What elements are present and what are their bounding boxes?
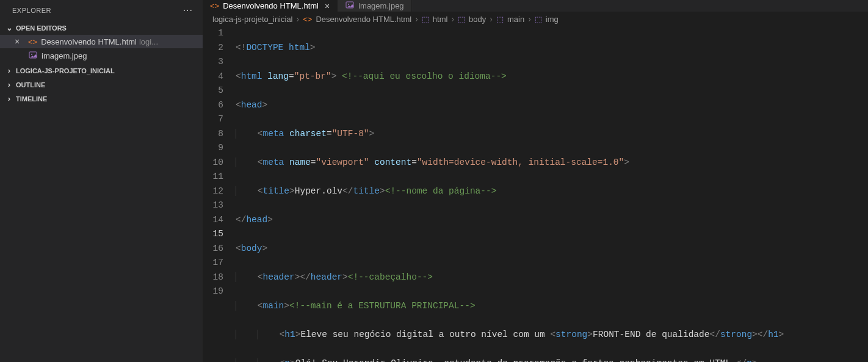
breadcrumb-item[interactable]: <>Desenvolvendo HTML.html <box>303 15 411 24</box>
image-file-icon <box>28 50 38 62</box>
explorer-title: EXPLORER <box>12 7 51 14</box>
explorer-sidebar: EXPLORER ··· ⌄ OPEN EDITORS × <> Desenvo… <box>0 0 203 362</box>
outline-label: OUTLINE <box>16 81 45 89</box>
chevron-right-icon: › <box>5 80 13 89</box>
line-gutter: 12345 678910 1112131415 16171819 <box>203 26 236 362</box>
cube-icon: ⬚ <box>458 15 465 24</box>
chevron-right-icon: › <box>297 14 300 24</box>
code-editor[interactable]: 12345 678910 1112131415 16171819 <!DOCTY… <box>203 26 868 362</box>
image-file-icon <box>345 0 355 12</box>
breadcrumb[interactable]: logica-js-projeto_inicial › <>Desenvolve… <box>203 12 868 26</box>
breadcrumb-item[interactable]: ⬚main <box>496 15 524 24</box>
tab-image[interactable]: imagem.jpeg <box>338 0 411 12</box>
explorer-title-bar: EXPLORER ··· <box>0 0 203 21</box>
outline-section[interactable]: › OUTLINE <box>0 78 203 92</box>
chevron-right-icon: › <box>415 14 418 24</box>
file-name: imagem.jpeg <box>42 51 203 60</box>
tab-html[interactable]: <> Desenvolvendo HTML.html × <box>203 0 338 12</box>
editor-main: <> Desenvolvendo HTML.html × imagem.jpeg… <box>203 0 868 362</box>
file-name: Desenvolvendo HTML.htmllogi... <box>41 37 203 46</box>
breadcrumb-item[interactable]: ⬚img <box>535 15 559 24</box>
close-icon[interactable]: × <box>325 1 330 11</box>
project-section[interactable]: › LOGICA-JS-PROJETO_INICIAL <box>0 63 203 78</box>
chevron-right-icon: › <box>490 14 493 24</box>
open-editor-item[interactable]: × <> Desenvolvendo HTML.htmllogi... <box>0 35 203 48</box>
more-icon[interactable]: ··· <box>183 5 193 16</box>
tab-label: imagem.jpeg <box>358 1 403 10</box>
svg-point-1 <box>31 54 32 55</box>
chevron-right-icon: › <box>5 94 13 103</box>
code-content[interactable]: <!DOCTYPE html> <html lang="pt-br"> <!--… <box>236 26 868 362</box>
close-icon[interactable]: × <box>15 37 24 46</box>
svg-point-3 <box>348 4 349 5</box>
timeline-section[interactable]: › TIMELINE <box>0 92 203 106</box>
timeline-label: TIMELINE <box>16 95 47 103</box>
open-editors-label: OPEN EDITORS <box>16 24 67 32</box>
breadcrumb-item[interactable]: ⬚html <box>422 15 448 24</box>
html-file-icon: <> <box>303 15 312 24</box>
tab-bar: <> Desenvolvendo HTML.html × imagem.jpeg <box>203 0 868 12</box>
chevron-down-icon: ⌄ <box>5 23 13 32</box>
open-editors-section[interactable]: ⌄ OPEN EDITORS <box>0 21 203 35</box>
chevron-right-icon: › <box>528 14 531 24</box>
cube-icon: ⬚ <box>422 15 429 24</box>
html-file-icon: <> <box>210 1 219 10</box>
project-label: LOGICA-JS-PROJETO_INICIAL <box>16 67 115 74</box>
cube-icon: ⬚ <box>535 15 542 24</box>
tab-label: Desenvolvendo HTML.html <box>223 1 319 10</box>
chevron-right-icon: › <box>5 66 13 75</box>
breadcrumb-item[interactable]: ⬚body <box>458 15 486 24</box>
breadcrumb-item[interactable]: logica-js-projeto_inicial <box>212 15 293 24</box>
chevron-right-icon: › <box>451 14 454 24</box>
open-editor-item[interactable]: × imagem.jpeg <box>0 48 203 63</box>
html-file-icon: <> <box>28 37 37 46</box>
cube-icon: ⬚ <box>496 15 504 24</box>
